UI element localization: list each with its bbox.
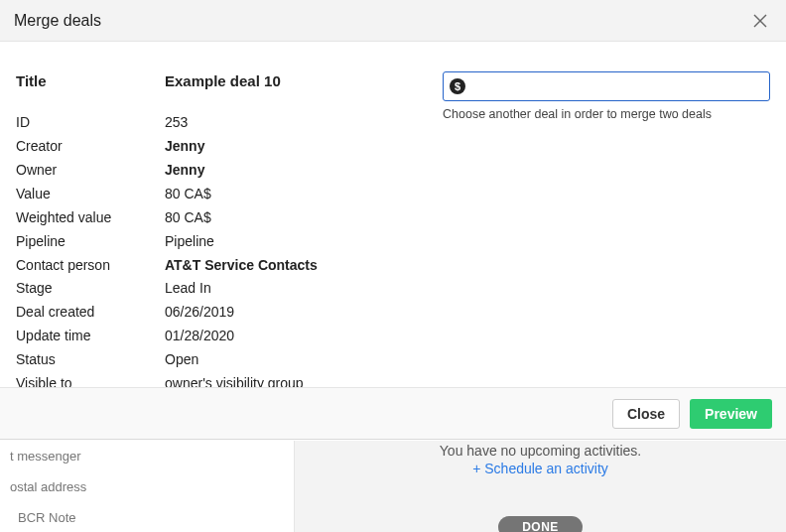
modal-header: Merge deals <box>0 0 786 42</box>
modal-body: Title Example deal 10 ID253CreatorJennyO… <box>0 42 786 387</box>
detail-label: Value <box>16 185 165 203</box>
detail-row: StatusOpen <box>16 350 413 369</box>
detail-value: 253 <box>165 113 188 132</box>
modal-title: Merge deals <box>14 12 101 30</box>
sidebar-item[interactable]: ostal address <box>0 471 294 502</box>
detail-label: Creator <box>16 137 165 156</box>
done-button[interactable]: DONE <box>498 516 583 532</box>
detail-label: Pipeline <box>16 232 165 251</box>
detail-row: OwnerJenny <box>16 161 413 180</box>
preview-button[interactable]: Preview <box>690 399 772 429</box>
detail-value: Lead In <box>165 279 211 298</box>
detail-label: Contact person <box>16 256 165 275</box>
detail-value: owner's visibility group <box>165 374 304 387</box>
search-column: $ Choose another deal in order to merge … <box>443 71 770 375</box>
detail-header-value: Example deal 10 <box>165 71 281 91</box>
sidebar-fragment: t messenger ostal address BCR Note <box>0 441 295 532</box>
merge-deals-modal: Merge deals Title Example deal 10 ID253C… <box>0 0 786 440</box>
detail-label: ID <box>16 113 165 132</box>
detail-value-link[interactable]: AT&T Service Contacts <box>165 256 318 275</box>
detail-value: Pipeline <box>165 232 214 251</box>
close-button[interactable]: Close <box>612 399 680 429</box>
detail-row: Visible toowner's visibility group <box>16 374 413 387</box>
deal-details: Title Example deal 10 ID253CreatorJennyO… <box>16 71 413 375</box>
detail-value-link[interactable]: Jenny <box>165 161 204 180</box>
detail-header-label: Title <box>16 71 165 91</box>
deal-search-input[interactable] <box>471 77 763 95</box>
modal-footer: Close Preview <box>0 387 786 439</box>
activities-panel: You have no upcoming activities. + Sched… <box>295 441 786 532</box>
detail-row: Contact personAT&T Service Contacts <box>16 256 413 275</box>
detail-value: 80 CA$ <box>165 208 211 227</box>
detail-label: Owner <box>16 161 165 180</box>
schedule-activity-link[interactable]: + Schedule an activity <box>295 461 786 476</box>
detail-row: StageLead In <box>16 279 413 298</box>
detail-label: Update time <box>16 327 165 345</box>
detail-row: CreatorJenny <box>16 137 413 156</box>
detail-value: Open <box>165 350 198 369</box>
detail-label: Status <box>16 350 165 369</box>
detail-value: 01/28/2020 <box>165 327 234 345</box>
detail-value: 06/26/2019 <box>165 303 234 322</box>
detail-row: ID253 <box>16 113 413 132</box>
detail-value: 80 CA$ <box>165 185 211 203</box>
no-activities-text: You have no upcoming activities. <box>295 443 786 459</box>
detail-label: Weighted value <box>16 208 165 227</box>
sidebar-item[interactable]: t messenger <box>0 441 294 471</box>
detail-label: Deal created <box>16 303 165 322</box>
detail-row: Deal created06/26/2019 <box>16 303 413 322</box>
search-helper-text: Choose another deal in order to merge tw… <box>443 107 770 121</box>
detail-row: Update time01/28/2020 <box>16 327 413 345</box>
deal-icon: $ <box>450 78 465 94</box>
detail-value-link[interactable]: Jenny <box>165 137 204 156</box>
deal-search-box[interactable]: $ <box>443 71 770 101</box>
sidebar-item[interactable]: BCR Note <box>0 502 294 532</box>
detail-header-row: Title Example deal 10 <box>16 71 413 101</box>
detail-label: Visible to <box>16 374 165 387</box>
detail-row: PipelinePipeline <box>16 232 413 251</box>
detail-row: Weighted value80 CA$ <box>16 208 413 227</box>
close-icon[interactable] <box>748 9 772 33</box>
detail-label: Stage <box>16 279 165 298</box>
detail-row: Value80 CA$ <box>16 185 413 203</box>
